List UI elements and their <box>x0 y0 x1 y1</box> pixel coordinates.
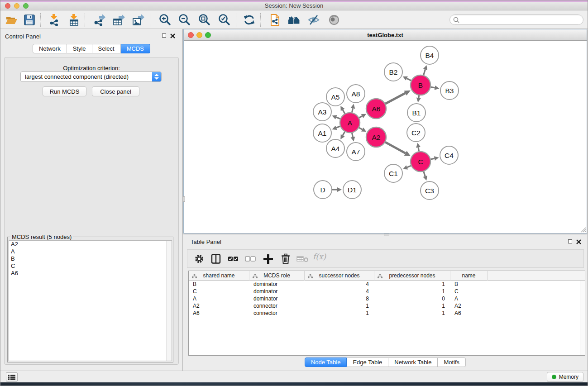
tab-style[interactable]: Style <box>67 44 92 53</box>
add-column-icon[interactable] <box>263 253 273 264</box>
column-header-name[interactable]: name <box>450 271 488 281</box>
tab-network-table[interactable]: Network Table <box>388 357 438 367</box>
select-all-columns-icon[interactable] <box>228 253 239 264</box>
edge-A-A2[interactable] <box>359 128 362 129</box>
graph-node-A2[interactable]: A2 <box>366 127 386 147</box>
cell-predecessor-nodes[interactable]: 1 <box>374 288 450 295</box>
graph-node-A8[interactable]: A8 <box>347 85 365 103</box>
import-table-icon[interactable] <box>67 14 81 26</box>
cell-successor-nodes[interactable]: 8 <box>305 295 374 302</box>
graph-node-A5[interactable]: A5 <box>326 88 344 106</box>
table-row[interactable]: Adominator80A <box>189 295 585 302</box>
cell-successor-nodes[interactable]: 1 <box>305 310 374 317</box>
graph-node-B4[interactable]: B4 <box>421 46 439 64</box>
close-table-panel-icon[interactable] <box>576 239 581 244</box>
float-panel-icon[interactable] <box>162 33 166 38</box>
unselect-all-columns-icon[interactable] <box>245 253 257 264</box>
graph-node-A1[interactable]: A1 <box>313 124 331 142</box>
criterion-dropdown[interactable]: largest connected component (directed) <box>20 71 162 82</box>
edge-B-B3[interactable] <box>431 87 435 88</box>
edge-A-A6[interactable] <box>359 116 362 118</box>
cell-mcds-role[interactable]: dominator <box>249 295 305 302</box>
table-row[interactable]: A2connector11A2 <box>189 302 585 310</box>
edge-B-B1[interactable] <box>419 95 419 98</box>
column-header-mcds-role[interactable]: MCDS role <box>249 271 305 281</box>
column-header-successor-nodes[interactable]: successor nodes <box>305 271 374 281</box>
graph-node-D1[interactable]: D1 <box>343 181 361 199</box>
edge-A6-B[interactable] <box>385 93 405 104</box>
tab-mcds[interactable]: MCDS <box>121 44 150 53</box>
zoom-selected-icon[interactable] <box>218 14 231 26</box>
table-scrollbar[interactable] <box>580 281 585 355</box>
edge-C-C1[interactable] <box>407 166 411 167</box>
column-header-predecessor-nodes[interactable]: predecessor nodes <box>374 271 450 281</box>
edge-A-A3[interactable] <box>336 117 340 119</box>
cell-shared-name[interactable]: B <box>189 281 249 288</box>
graph-node-A6[interactable]: A6 <box>366 99 386 119</box>
result-list-scrollbar[interactable] <box>166 241 172 361</box>
cell-name[interactable]: A <box>450 295 488 302</box>
cell-name[interactable]: C <box>450 288 488 295</box>
hide-selected-icon[interactable] <box>307 14 321 26</box>
cell-mcds-role[interactable]: dominator <box>249 281 305 288</box>
cell-predecessor-nodes[interactable]: 0 <box>374 295 450 302</box>
table-row[interactable]: A6connector11A6 <box>189 310 585 317</box>
edge-A-A8[interactable] <box>352 108 353 112</box>
window-titlebar[interactable]: Session: New Session <box>0 0 588 10</box>
table-row[interactable]: Bdominator41B <box>189 281 585 288</box>
edge-C-C2[interactable] <box>418 148 419 152</box>
column-header-shared-name[interactable]: shared name <box>189 271 249 281</box>
graph-node-C1[interactable]: C1 <box>384 164 402 182</box>
table-settings-icon[interactable] <box>194 253 205 264</box>
edge-A-A5[interactable] <box>343 110 345 114</box>
export-table-icon[interactable] <box>112 14 126 26</box>
edge-A-A7[interactable] <box>352 133 353 137</box>
graph-node-B[interactable]: B <box>411 75 430 95</box>
cell-shared-name[interactable]: A6 <box>189 310 249 317</box>
run-mcds-button[interactable]: Run MCDS <box>43 86 86 96</box>
network-from-selection-icon[interactable] <box>268 14 282 26</box>
network-window-titlebar[interactable]: testGlobe.txt <box>184 29 587 41</box>
cell-predecessor-nodes[interactable]: 1 <box>374 302 450 310</box>
memory-button[interactable]: Memory <box>547 372 583 382</box>
edge-B-B2[interactable] <box>407 78 411 81</box>
edge-A-A1[interactable] <box>336 126 340 128</box>
refresh-icon[interactable] <box>243 14 257 26</box>
graph-node-A7[interactable]: A7 <box>347 143 365 161</box>
graph-node-B3[interactable]: B3 <box>440 81 459 100</box>
edge-A2-C[interactable] <box>385 142 406 153</box>
export-image-icon[interactable] <box>132 14 145 26</box>
cell-predecessor-nodes[interactable]: 1 <box>374 310 450 317</box>
import-network-icon[interactable] <box>48 14 61 26</box>
edge-A-A4[interactable] <box>343 132 345 135</box>
cell-mcds-role[interactable]: dominator <box>249 288 305 295</box>
cell-name[interactable]: A2 <box>450 302 488 310</box>
graph-node-A4[interactable]: A4 <box>326 139 344 157</box>
cell-predecessor-nodes[interactable]: 1 <box>374 281 450 288</box>
result-item-c[interactable]: C <box>9 262 172 270</box>
result-item-a6[interactable]: A6 <box>9 270 172 277</box>
home-icon[interactable] <box>287 14 301 26</box>
search-input[interactable] <box>461 16 574 23</box>
split-panel-icon[interactable] <box>210 253 221 264</box>
graph-node-D[interactable]: D <box>314 181 332 199</box>
network-canvas[interactable]: AA1A2A3A4A5A6A7A8BB1B2B3B4CC1C2C3C4DD1 <box>184 41 587 233</box>
show-eye-icon[interactable] <box>328 14 341 26</box>
graph-node-B1[interactable]: B1 <box>407 104 425 122</box>
cell-successor-nodes[interactable]: 4 <box>305 288 374 295</box>
graph-node-A[interactable]: A <box>340 113 360 133</box>
search-box[interactable] <box>449 14 583 25</box>
save-session-icon[interactable] <box>23 14 37 26</box>
zoom-out-icon[interactable] <box>178 14 191 26</box>
cell-mcds-role[interactable]: connector <box>249 310 305 317</box>
graph-node-C4[interactable]: C4 <box>440 146 458 164</box>
close-panel-button[interactable]: Close panel <box>92 86 139 96</box>
tab-select[interactable]: Select <box>92 44 121 53</box>
cell-shared-name[interactable]: C <box>189 288 249 295</box>
edge-C-C4[interactable] <box>430 158 434 159</box>
vertical-splitter-grip[interactable] <box>182 196 185 202</box>
cell-shared-name[interactable]: A2 <box>189 302 249 310</box>
cell-shared-name[interactable]: A <box>189 295 249 302</box>
edge-B-B4[interactable] <box>424 70 425 75</box>
zoom-in-icon[interactable] <box>158 14 172 26</box>
